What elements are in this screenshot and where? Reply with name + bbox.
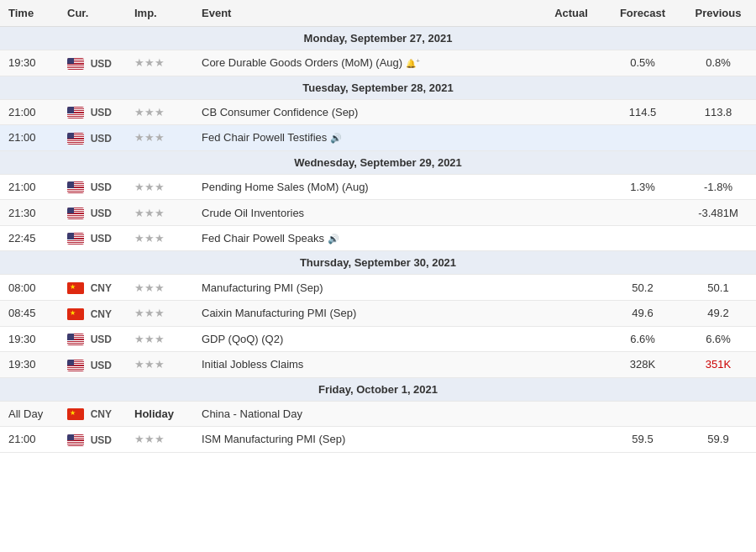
event-actual [538,427,605,453]
star-icon: ★ [144,207,155,219]
event-currency: USD [59,352,126,378]
event-importance: ★★★ [126,300,193,326]
event-previous [680,125,756,151]
currency-label: CNY [91,308,112,320]
star-icon: ★ [155,181,165,193]
event-time: 19:30 [0,352,59,378]
currency-label: USD [91,107,112,118]
event-time: 21:00 [0,99,59,125]
flag-us [67,233,84,244]
event-importance: ★★★ [126,352,193,378]
event-time: 21:00 [0,174,59,200]
event-actual [538,125,605,151]
star-icon: ★ [155,131,165,144]
event-previous: 113.8 [680,99,756,125]
star-icon: ★ [155,358,165,371]
header-forecast: Forecast [605,0,680,27]
currency-label: USD [91,208,112,219]
star-icon: ★ [155,333,165,345]
currency-label: CNY [91,282,112,294]
star-icon: ★ [134,207,144,219]
flag-us [67,133,84,145]
header-event: Event [193,0,538,27]
star-icon: ★ [155,106,165,118]
day-header-row: Wednesday, September 29, 2021 [0,150,756,174]
event-currency: USD [59,174,126,200]
event-time: 21:00 [0,125,59,151]
event-importance: ★★★ [126,275,193,301]
flag-us [67,334,84,345]
event-forecast: 114.5 [605,99,680,125]
event-name: China - National Day [193,401,538,427]
flag-us [67,181,84,193]
currency-label: USD [91,133,112,145]
event-forecast [605,200,680,226]
event-forecast [605,125,680,151]
event-actual [538,200,605,226]
event-time: 21:00 [0,427,59,453]
event-previous: 50.1 [680,275,756,301]
star-icon: ★ [144,56,155,69]
day-header-row: Thursday, September 30, 2021 [0,251,756,275]
currency-label: USD [91,233,112,244]
star-icon: ★ [134,232,144,244]
header-actual: Actual [538,0,605,27]
star-icon: ★ [134,333,144,345]
event-time: All Day [0,401,59,427]
table-row: 21:00 USD ★★★ Fed Chair Powell Testifies… [0,125,756,151]
star-icon: ★ [155,307,165,319]
star-icon: ★ [134,131,144,144]
event-actual [538,326,605,352]
star-icon: ★ [144,131,155,144]
table-row: 21:00 USD ★★★ CB Consumer Confidence (Se… [0,99,756,125]
event-currency: USD [59,125,126,151]
flag-us [67,58,84,70]
star-icon: ★ [134,56,144,69]
event-name: Pending Home Sales (MoM) (Aug) [193,174,538,200]
event-forecast [605,225,680,251]
day-header-label: Monday, September 27, 2021 [0,27,756,50]
event-previous: 6.6% [680,326,756,352]
event-name: Crude Oil Inventories [193,200,538,226]
event-actual [538,50,605,76]
event-previous: 351K [680,352,756,378]
currency-label: USD [91,434,112,446]
star-icon: ★ [134,433,144,445]
event-time: 22:45 [0,225,59,251]
event-forecast: 49.6 [605,300,680,326]
event-currency: USD [59,200,126,226]
day-header-label: Friday, October 1, 2021 [0,377,756,401]
currency-label: USD [91,58,112,70]
event-time: 08:00 [0,275,59,301]
currency-label: CNY [91,408,112,420]
star-icon: ★ [144,281,155,294]
event-actual [538,174,605,200]
day-header-row: Monday, September 27, 2021 [0,27,756,50]
header-previous: Previous [680,0,756,27]
header-time: Time [0,0,59,27]
event-time: 21:30 [0,200,59,226]
table-row: 08:45 ★ CNY ★★★ Caixin Manufacturing PMI… [0,300,756,326]
event-name: Initial Jobless Claims [193,352,538,378]
speaker-icon: 🔊 [328,234,339,244]
event-forecast: 6.6% [605,326,680,352]
event-previous: -1.8% [680,174,756,200]
star-icon: ★ [155,433,165,445]
flag-us [67,360,84,371]
event-importance: ★★★ [126,326,193,352]
event-time: 08:45 [0,300,59,326]
event-currency: USD [59,427,126,453]
event-previous: -3.481M [680,200,756,226]
event-importance: ★★★ [126,50,193,76]
star-icon: ★ [155,56,165,69]
event-currency: ★ CNY [59,401,126,427]
event-actual [538,275,605,301]
event-name: Manufacturing PMI (Sep) [193,275,538,301]
star-icon: ★ [144,358,155,371]
event-previous [680,401,756,427]
event-currency: USD [59,50,126,76]
star-icon: ★ [155,232,165,244]
event-previous: 59.9 [680,427,756,453]
star-icon: ★ [144,307,155,319]
event-actual [538,401,605,427]
